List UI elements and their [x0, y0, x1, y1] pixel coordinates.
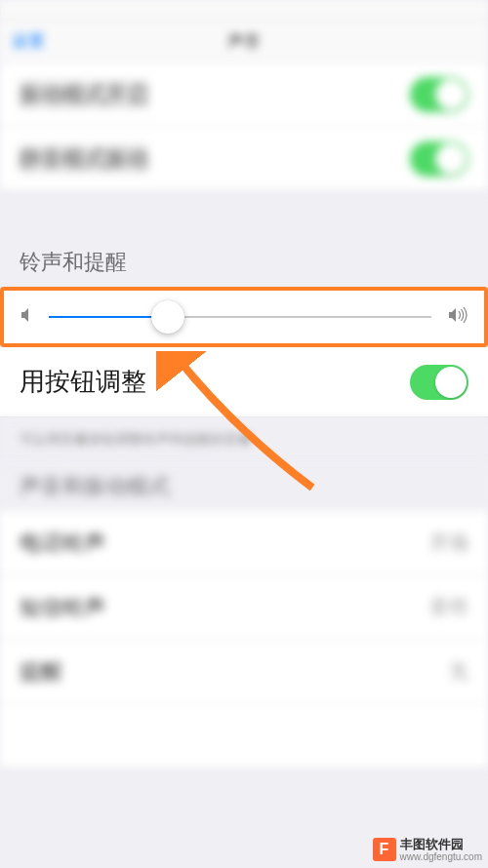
slider-thumb[interactable]: [151, 300, 184, 334]
vibrate-ring-toggle[interactable]: [410, 77, 468, 112]
ringtone-label: 电话铃声: [20, 529, 105, 558]
nav-title: 声音: [12, 30, 476, 53]
button-adjust-row: 用按钮调整: [0, 347, 488, 417]
reminder-value: 无: [449, 658, 468, 685]
watermark-url: www.dgfengtu.com: [400, 851, 483, 862]
vibrate-silent-label: 静音模式振动: [20, 144, 148, 174]
slider-track-fill: [49, 316, 168, 318]
ringtone-row[interactable]: 电话铃声 开场: [0, 511, 488, 575]
vibrate-ring-label: 振动模式开启: [20, 80, 148, 109]
volume-slider-row: [0, 287, 488, 347]
section-gap: [0, 191, 488, 238]
vibrate-silent-row[interactable]: 静音模式振动: [0, 127, 488, 191]
reminder-label: 提醒: [20, 657, 62, 687]
ringtone-value: 开场: [429, 530, 468, 556]
texttone-label: 短信铃声: [20, 593, 105, 622]
nav-bar: 设置 声音: [0, 20, 488, 62]
button-adjust-label: 用按钮调整: [20, 365, 146, 399]
volume-slider[interactable]: [49, 316, 431, 318]
texttone-value: 音符: [429, 594, 468, 620]
texttone-row[interactable]: 短信铃声 音符: [0, 575, 488, 640]
reminder-row[interactable]: 提醒 无: [0, 640, 488, 704]
ringer-footer: 可以用音量按钮调整铃声和提醒的音量: [0, 417, 488, 462]
toggle-knob: [435, 367, 467, 398]
status-bar: [0, 0, 488, 20]
speaker-low-icon: [20, 307, 33, 328]
speaker-high-icon: [447, 307, 468, 328]
toggle-knob: [435, 79, 467, 110]
sounds-section-header: 声音和振动模式: [0, 462, 488, 511]
watermark: F 丰图软件园 www.dgfengtu.com: [373, 838, 483, 862]
toggle-knob: [435, 143, 467, 175]
watermark-name: 丰图软件园: [400, 838, 483, 851]
vibrate-silent-toggle[interactable]: [410, 141, 468, 177]
extra-row-1[interactable]: [0, 704, 488, 769]
vibrate-ring-row[interactable]: 振动模式开启: [0, 62, 488, 127]
ringer-section-header: 铃声和提醒: [0, 238, 488, 287]
watermark-logo-icon: F: [373, 838, 396, 861]
button-adjust-toggle[interactable]: [410, 365, 468, 400]
vibrate-section: 振动模式开启 静音模式振动: [0, 62, 488, 191]
